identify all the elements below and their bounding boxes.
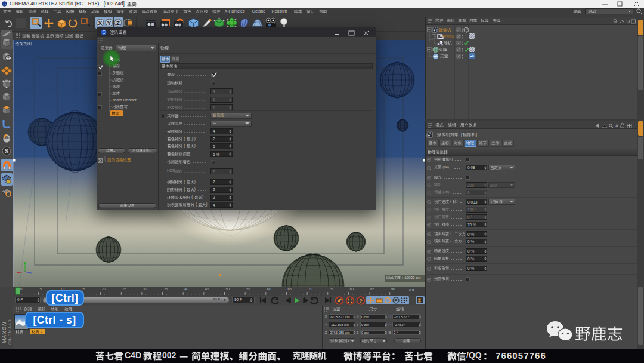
- svg-text:A: A: [615, 124, 618, 128]
- svg-text:S: S: [5, 148, 9, 155]
- svg-text:P: P: [394, 298, 398, 303]
- svg-text:Z: Z: [116, 19, 120, 26]
- svg-text:X: X: [98, 19, 102, 26]
- svg-text:Z: Z: [27, 263, 29, 267]
- svg-text:Y: Y: [107, 19, 112, 26]
- svg-text:?: ?: [359, 298, 363, 304]
